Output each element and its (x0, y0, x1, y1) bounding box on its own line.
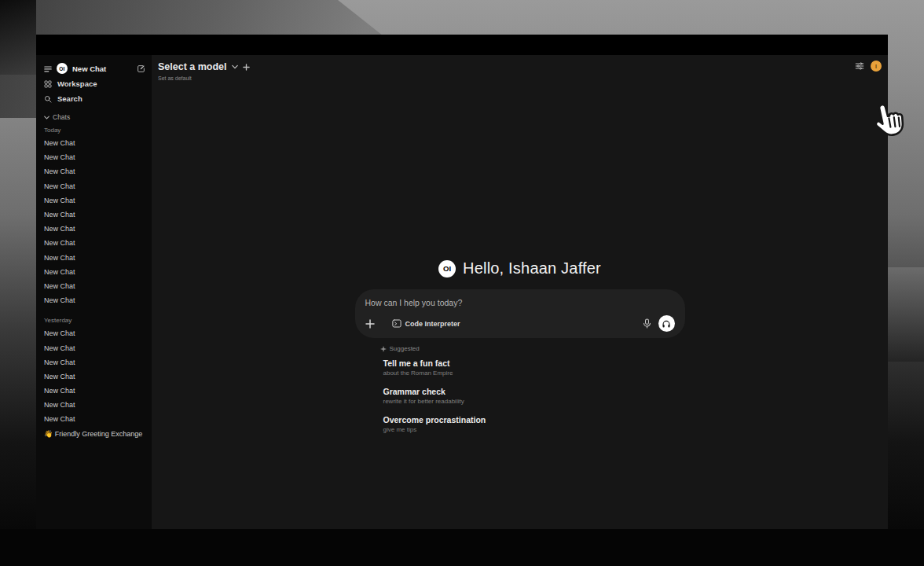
app-logo: OI (438, 260, 456, 277)
app-window: OI New Chat Workspace Searc (36, 35, 888, 529)
sidebar-chat-item[interactable]: New Chat (44, 236, 145, 250)
sidebar-chat-item[interactable]: New Chat (44, 193, 145, 208)
sidebar-chat-item[interactable]: 👋 Friendly Greeting Exchange (44, 427, 145, 441)
message-input-box[interactable]: How can I help you today? Code Interpret… (355, 289, 685, 338)
sidebar-item-search[interactable]: Search (44, 91, 145, 106)
workspace-grid-icon (44, 80, 52, 88)
chats-header-label: Chats (53, 113, 70, 121)
yesterday-chat-list: New ChatNew ChatNew ChatNew ChatNew Chat… (44, 326, 145, 441)
suggestion-subtitle: about the Roman Empire (383, 369, 685, 377)
voice-call-button[interactable] (658, 315, 675, 332)
set-default-link[interactable]: Set as default (158, 75, 192, 81)
suggestions-list: Tell me a fun fact about the Roman Empir… (383, 358, 685, 433)
greeting: OI Hello, Ishaan Jaffer (355, 259, 685, 277)
microphone-icon[interactable] (643, 318, 651, 329)
sidebar-chat-item[interactable]: New Chat (44, 251, 145, 265)
message-input-placeholder: How can I help you today? (365, 298, 675, 307)
wallpaper-shape (0, 0, 36, 75)
workspace-label: Workspace (57, 79, 97, 88)
sidebar-chat-item[interactable]: New Chat (44, 222, 145, 236)
suggestion-subtitle: give me tips (383, 426, 685, 433)
suggestion-item[interactable]: Overcome procrastination give me tips (383, 415, 685, 433)
code-interpreter-label: Code Interpreter (405, 320, 460, 328)
user-avatar[interactable]: I (871, 61, 882, 72)
wallpaper-shape (0, 529, 924, 566)
sidebar-chat-item[interactable]: New Chat (44, 179, 145, 193)
suggested-label: Suggested (390, 345, 420, 352)
chevron-down-icon (232, 64, 238, 69)
search-label: Search (57, 94, 82, 103)
sidebar-chat-item[interactable]: New Chat (44, 136, 145, 150)
model-selector-label: Select a model (158, 61, 227, 72)
date-label-yesterday: Yesterday (44, 314, 145, 326)
sidebar-chat-item[interactable]: New Chat (44, 326, 145, 340)
screen: OI New Chat Workspace Searc (0, 0, 924, 566)
suggestion-item[interactable]: Grammar check rewrite it for better read… (383, 387, 685, 405)
sidebar-toggle-icon[interactable] (44, 65, 52, 72)
suggestion-title: Tell me a fun fact (383, 358, 685, 368)
wallpaper-shape (888, 267, 924, 362)
sidebar-chat-item[interactable]: New Chat (44, 265, 145, 279)
sidebar-chat-item[interactable]: New Chat (44, 398, 145, 412)
attach-plus-icon[interactable] (365, 319, 375, 329)
sidebar-item-workspace[interactable]: Workspace (44, 76, 145, 91)
sidebar: OI New Chat Workspace Searc (36, 55, 152, 529)
sidebar-chat-item[interactable]: New Chat (44, 279, 145, 293)
sparkle-icon (380, 346, 387, 352)
suggestion-subtitle: rewrite it for better readability (383, 398, 685, 405)
sidebar-chat-item[interactable]: New Chat (44, 369, 145, 384)
add-model-icon[interactable] (243, 64, 250, 71)
suggestion-item[interactable]: Tell me a fun fact about the Roman Empir… (383, 358, 685, 377)
sidebar-chat-item[interactable]: New Chat (44, 340, 145, 355)
sidebar-chat-item[interactable]: New Chat (44, 355, 145, 369)
suggested-header: Suggested (380, 345, 685, 352)
suggestion-title: Grammar check (383, 387, 685, 396)
sidebar-chat-item[interactable]: New Chat (44, 150, 145, 164)
chevron-down-icon (44, 116, 50, 119)
sidebar-chat-item[interactable]: New Chat (44, 384, 145, 398)
new-chat-icon[interactable] (137, 64, 145, 73)
greeting-text: Hello, Ishaan Jaffer (463, 259, 601, 277)
date-label-today: Today (44, 124, 145, 136)
app-logo: OI (57, 63, 68, 74)
code-interpreter-toggle[interactable]: Code Interpreter (392, 319, 460, 328)
sidebar-chat-item[interactable]: New Chat (44, 164, 145, 178)
sidebar-chat-item[interactable]: New Chat (44, 293, 145, 307)
main-area: Select a model Set as default I (152, 55, 888, 529)
model-selector[interactable]: Select a model (158, 61, 250, 72)
search-icon (44, 95, 52, 103)
controls-sliders-icon[interactable] (855, 61, 864, 71)
sidebar-chat-item[interactable]: New Chat (44, 208, 145, 222)
suggestion-title: Overcome procrastination (383, 415, 685, 424)
sidebar-chat-item[interactable]: New Chat (44, 412, 145, 426)
chats-section-header[interactable]: Chats (44, 111, 145, 123)
window-titlebar (36, 35, 888, 55)
sidebar-title: New Chat (72, 64, 132, 73)
today-chat-list: New ChatNew ChatNew ChatNew ChatNew Chat… (44, 136, 145, 307)
terminal-icon (392, 319, 402, 328)
